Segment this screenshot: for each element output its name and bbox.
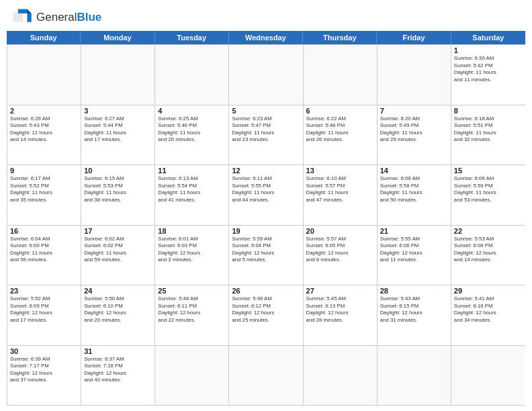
day-cell-6: 6Sunrise: 6:22 AM Sunset: 5:48 PM Daylig… xyxy=(304,105,378,165)
day-info: Sunrise: 6:37 AM Sunset: 7:18 PM Dayligh… xyxy=(84,356,152,384)
logo: GeneralBlue xyxy=(12,8,101,27)
day-cell-10: 10Sunrise: 6:15 AM Sunset: 5:53 PM Dayli… xyxy=(81,165,155,225)
day-number: 1 xyxy=(454,46,523,54)
day-info: Sunrise: 6:17 AM Sunset: 5:52 PM Dayligh… xyxy=(10,175,78,203)
day-cell-20: 20Sunrise: 5:57 AM Sunset: 6:05 PM Dayli… xyxy=(304,226,378,285)
day-cell-22: 22Sunrise: 5:53 AM Sunset: 6:08 PM Dayli… xyxy=(451,226,525,285)
day-cell-empty xyxy=(7,45,81,105)
day-info: Sunrise: 6:29 AM Sunset: 5:43 PM Dayligh… xyxy=(10,116,78,144)
day-info: Sunrise: 6:30 AM Sunset: 5:42 PM Dayligh… xyxy=(454,55,523,83)
day-info: Sunrise: 6:10 AM Sunset: 5:57 PM Dayligh… xyxy=(306,175,374,203)
week-row-6: 30Sunrise: 6:39 AM Sunset: 7:17 PM Dayli… xyxy=(7,345,525,406)
day-cell-empty xyxy=(229,45,303,105)
day-number: 2 xyxy=(10,107,78,115)
day-number: 5 xyxy=(232,107,300,115)
day-cell-15: 15Sunrise: 6:06 AM Sunset: 5:59 PM Dayli… xyxy=(451,165,525,225)
day-number: 18 xyxy=(158,227,226,235)
day-cell-18: 18Sunrise: 6:01 AM Sunset: 6:03 PM Dayli… xyxy=(155,226,229,285)
day-cell-28: 28Sunrise: 5:43 AM Sunset: 6:15 PM Dayli… xyxy=(378,285,451,345)
day-cell-empty xyxy=(155,45,229,105)
day-info: Sunrise: 6:06 AM Sunset: 5:59 PM Dayligh… xyxy=(454,175,523,203)
day-info: Sunrise: 5:48 AM Sunset: 6:11 PM Dayligh… xyxy=(158,295,226,324)
day-cell-17: 17Sunrise: 6:02 AM Sunset: 6:02 PM Dayli… xyxy=(81,226,155,285)
day-cell-empty xyxy=(304,45,378,105)
day-info: Sunrise: 6:15 AM Sunset: 5:53 PM Dayligh… xyxy=(84,175,152,203)
day-number: 3 xyxy=(84,107,152,115)
day-info: Sunrise: 6:02 AM Sunset: 6:02 PM Dayligh… xyxy=(84,236,152,264)
day-cell-empty xyxy=(378,346,451,406)
day-number: 15 xyxy=(454,167,523,175)
logo-text: GeneralBlue xyxy=(36,11,101,24)
day-cell-5: 5Sunrise: 6:23 AM Sunset: 5:47 PM Daylig… xyxy=(229,105,303,165)
day-header-monday: Monday xyxy=(81,31,154,44)
day-cell-empty xyxy=(378,45,451,105)
day-header-saturday: Saturday xyxy=(451,31,525,44)
day-info: Sunrise: 5:50 AM Sunset: 6:10 PM Dayligh… xyxy=(84,295,152,324)
day-number: 11 xyxy=(158,167,226,175)
day-number: 16 xyxy=(10,227,78,235)
week-row-5: 23Sunrise: 5:52 AM Sunset: 6:09 PM Dayli… xyxy=(7,285,525,345)
day-cell-9: 9Sunrise: 6:17 AM Sunset: 5:52 PM Daylig… xyxy=(7,165,81,225)
day-cell-2: 2Sunrise: 6:29 AM Sunset: 5:43 PM Daylig… xyxy=(7,105,81,165)
day-info: Sunrise: 5:45 AM Sunset: 6:13 PM Dayligh… xyxy=(306,295,374,324)
day-cell-7: 7Sunrise: 6:20 AM Sunset: 5:49 PM Daylig… xyxy=(378,105,451,165)
day-number: 24 xyxy=(84,287,152,295)
day-header-thursday: Thursday xyxy=(303,31,377,44)
day-cell-8: 8Sunrise: 6:18 AM Sunset: 5:51 PM Daylig… xyxy=(451,105,525,165)
day-info: Sunrise: 6:08 AM Sunset: 5:58 PM Dayligh… xyxy=(380,175,448,203)
day-info: Sunrise: 5:53 AM Sunset: 6:08 PM Dayligh… xyxy=(454,236,523,264)
day-cell-16: 16Sunrise: 6:04 AM Sunset: 6:00 PM Dayli… xyxy=(7,226,81,285)
day-number: 10 xyxy=(84,167,152,175)
day-number: 21 xyxy=(380,227,448,235)
day-cell-29: 29Sunrise: 5:41 AM Sunset: 6:16 PM Dayli… xyxy=(451,285,525,345)
day-info: Sunrise: 6:13 AM Sunset: 5:54 PM Dayligh… xyxy=(158,175,226,203)
day-header-tuesday: Tuesday xyxy=(155,31,229,44)
day-cell-3: 3Sunrise: 6:27 AM Sunset: 5:44 PM Daylig… xyxy=(81,105,155,165)
day-cell-1: 1Sunrise: 6:30 AM Sunset: 5:42 PM Daylig… xyxy=(451,45,525,105)
day-number: 13 xyxy=(306,167,374,175)
svg-marker-2 xyxy=(27,9,31,13)
day-number: 7 xyxy=(380,107,448,115)
day-info: Sunrise: 5:57 AM Sunset: 6:05 PM Dayligh… xyxy=(306,236,374,264)
logo-icon xyxy=(12,8,34,27)
day-cell-empty xyxy=(155,346,229,406)
day-info: Sunrise: 6:27 AM Sunset: 5:44 PM Dayligh… xyxy=(84,116,152,144)
day-headers-row: SundayMondayTuesdayWednesdayThursdayFrid… xyxy=(7,31,525,44)
day-number: 27 xyxy=(306,287,374,295)
day-header-sunday: Sunday xyxy=(7,31,81,44)
day-number: 8 xyxy=(454,107,523,115)
day-info: Sunrise: 6:39 AM Sunset: 7:17 PM Dayligh… xyxy=(10,356,78,384)
day-number: 30 xyxy=(10,347,78,355)
day-number: 12 xyxy=(232,167,300,175)
day-info: Sunrise: 5:52 AM Sunset: 6:09 PM Dayligh… xyxy=(10,295,78,324)
day-cell-12: 12Sunrise: 6:11 AM Sunset: 5:55 PM Dayli… xyxy=(229,165,303,225)
day-info: Sunrise: 6:04 AM Sunset: 6:00 PM Dayligh… xyxy=(10,236,78,264)
day-info: Sunrise: 6:20 AM Sunset: 5:49 PM Dayligh… xyxy=(380,116,448,144)
day-cell-empty xyxy=(451,346,525,406)
day-info: Sunrise: 6:23 AM Sunset: 5:47 PM Dayligh… xyxy=(232,116,300,144)
day-number: 6 xyxy=(306,107,374,115)
week-row-1: 1Sunrise: 6:30 AM Sunset: 5:42 PM Daylig… xyxy=(7,44,525,105)
day-cell-empty xyxy=(81,45,155,105)
day-info: Sunrise: 5:59 AM Sunset: 6:04 PM Dayligh… xyxy=(232,236,300,264)
day-info: Sunrise: 6:25 AM Sunset: 5:46 PM Dayligh… xyxy=(158,116,226,144)
day-header-friday: Friday xyxy=(377,31,451,44)
day-info: Sunrise: 6:18 AM Sunset: 5:51 PM Dayligh… xyxy=(454,116,523,144)
day-info: Sunrise: 6:11 AM Sunset: 5:55 PM Dayligh… xyxy=(232,175,300,203)
calendar-weeks: 1Sunrise: 6:30 AM Sunset: 5:42 PM Daylig… xyxy=(7,44,525,406)
day-info: Sunrise: 5:46 AM Sunset: 6:12 PM Dayligh… xyxy=(232,295,300,324)
calendar: SundayMondayTuesdayWednesdayThursdayFrid… xyxy=(7,31,525,406)
day-info: Sunrise: 5:41 AM Sunset: 6:16 PM Dayligh… xyxy=(454,295,523,324)
day-cell-19: 19Sunrise: 5:59 AM Sunset: 6:04 PM Dayli… xyxy=(229,226,303,285)
day-number: 31 xyxy=(84,347,152,355)
week-row-2: 2Sunrise: 6:29 AM Sunset: 5:43 PM Daylig… xyxy=(7,105,525,165)
day-cell-23: 23Sunrise: 5:52 AM Sunset: 6:09 PM Dayli… xyxy=(7,285,81,345)
day-number: 23 xyxy=(10,287,78,295)
svg-rect-0 xyxy=(13,12,23,21)
day-info: Sunrise: 5:55 AM Sunset: 6:06 PM Dayligh… xyxy=(380,236,448,264)
page-header: GeneralBlue xyxy=(0,0,532,31)
day-cell-14: 14Sunrise: 6:08 AM Sunset: 5:58 PM Dayli… xyxy=(378,165,451,225)
day-cell-21: 21Sunrise: 5:55 AM Sunset: 6:06 PM Dayli… xyxy=(378,226,451,285)
day-cell-24: 24Sunrise: 5:50 AM Sunset: 6:10 PM Dayli… xyxy=(81,285,155,345)
day-cell-4: 4Sunrise: 6:25 AM Sunset: 5:46 PM Daylig… xyxy=(155,105,229,165)
